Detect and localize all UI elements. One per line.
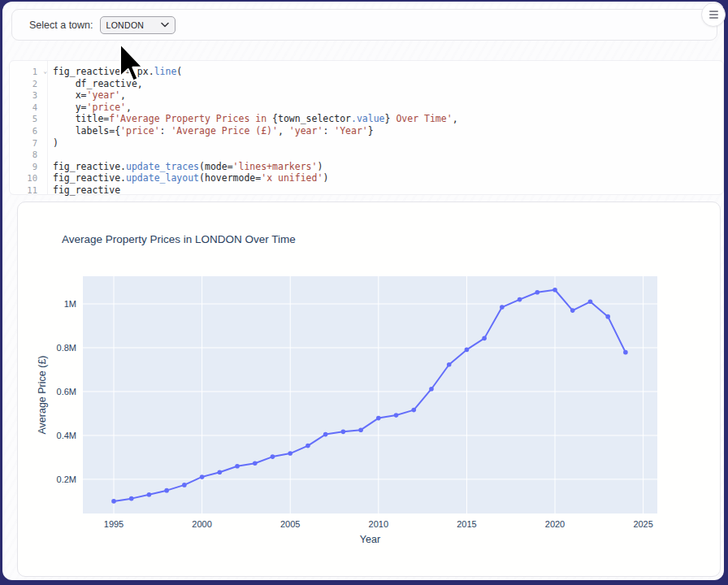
x-tick-label: 2000	[192, 519, 211, 529]
chart-output-cell: 19952000200520102015202020250.2M0.4M0.6M…	[17, 202, 721, 577]
data-point	[605, 314, 610, 319]
hamburger-icon	[709, 11, 718, 19]
fold-chevron-icon[interactable]: ⌄	[43, 66, 47, 78]
chart-title: Average Property Prices in LONDON Over T…	[62, 233, 296, 245]
data-point	[447, 362, 452, 367]
data-point	[323, 432, 328, 437]
code-line: 9fig_reactive.update_traces(mode='lines+…	[10, 161, 723, 173]
data-point	[129, 496, 134, 501]
data-point	[288, 451, 292, 456]
data-point	[411, 408, 416, 413]
x-axis-title: Year	[360, 534, 380, 545]
data-point	[394, 413, 399, 418]
y-tick-label: 0.8M	[57, 343, 76, 353]
data-point	[253, 461, 258, 466]
code-line: 6 labels={'price': 'Average Price (£)', …	[10, 125, 723, 137]
y-tick-label: 0.6M	[57, 387, 76, 396]
code-line: 1⌄fig_reactive = px.line(	[10, 66, 723, 78]
data-point	[500, 305, 505, 310]
x-tick-label: 2015	[457, 519, 476, 529]
data-point	[218, 470, 223, 474]
y-tick-label: 1M	[64, 299, 76, 309]
code-line: 10fig_reactive.update_layout(hovermode='…	[10, 172, 723, 184]
data-point	[358, 427, 363, 432]
data-point	[182, 483, 187, 488]
data-point	[147, 492, 152, 497]
property-price-chart[interactable]: 19952000200520102015202020250.2M0.4M0.6M…	[18, 202, 720, 574]
code-line: 2 df_reactive,	[10, 78, 723, 90]
code-line: 7)	[10, 137, 723, 150]
y-tick-label: 0.2M	[57, 474, 76, 484]
x-tick-label: 2005	[280, 519, 300, 529]
data-point	[235, 464, 240, 469]
y-axis-title: Average Price (£)	[37, 355, 48, 434]
data-point	[200, 474, 205, 479]
data-point	[429, 387, 434, 392]
code-line: 11fig_reactive	[10, 184, 723, 197]
menu-button[interactable]	[701, 2, 726, 27]
code-line: 3 x='year',	[10, 89, 723, 102]
data-point	[518, 297, 522, 302]
data-point	[164, 488, 169, 493]
data-point	[588, 300, 593, 305]
data-point	[482, 336, 487, 341]
data-point	[306, 444, 310, 448]
code-line: 8	[10, 149, 723, 161]
town-dropdown-value: LONDON	[106, 20, 145, 30]
code-line: 4 y='price',	[10, 102, 723, 114]
code-editor[interactable]: 1⌄fig_reactive = px.line(2 df_reactive,3…	[9, 60, 724, 195]
data-point	[465, 348, 470, 353]
data-point	[552, 288, 557, 292]
data-point	[111, 499, 116, 504]
notebook-panel: Select a town: LONDON 1⌄fig_reactive = p…	[2, 2, 724, 580]
x-tick-label: 2020	[545, 519, 565, 529]
data-point	[535, 290, 540, 295]
data-point	[623, 350, 628, 355]
y-tick-label: 0.4M	[57, 431, 76, 440]
town-selector-label: Select a town:	[29, 20, 93, 31]
data-point	[376, 416, 381, 421]
data-point	[341, 430, 346, 435]
x-tick-label: 1995	[104, 519, 124, 529]
chevron-down-icon	[161, 22, 169, 28]
town-dropdown[interactable]: LONDON	[100, 16, 176, 34]
data-point	[570, 308, 575, 313]
data-point	[271, 454, 275, 459]
code-line: 5 title=f'Average Property Prices in {to…	[10, 113, 723, 125]
x-tick-label: 2010	[369, 519, 388, 529]
town-selector-cell: Select a town: LONDON	[11, 9, 717, 41]
code-lines: 1⌄fig_reactive = px.line(2 df_reactive,3…	[10, 66, 723, 197]
x-tick-label: 2025	[633, 519, 652, 529]
